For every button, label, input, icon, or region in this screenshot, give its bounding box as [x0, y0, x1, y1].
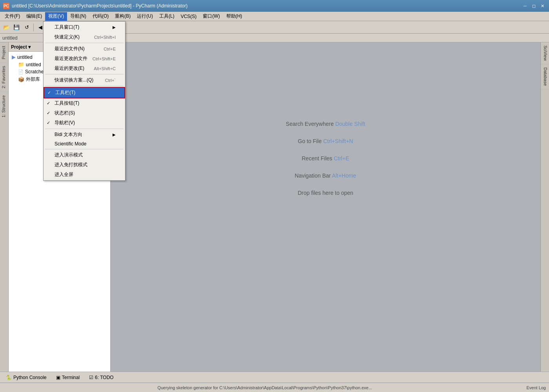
view-menu-presentation[interactable]: 进入演示模式 [44, 150, 125, 160]
view-label-recent-files: 最近的文件(N) [55, 45, 85, 52]
menu-sep-3 [45, 86, 124, 86]
view-label-quick-switch: 快速切换方案...(Q) [55, 77, 93, 83]
menu-edit[interactable]: 编辑(E) [23, 12, 45, 21]
hint-recent-files: Recent Files Ctrl+E [302, 155, 349, 162]
menu-tools[interactable]: 工具(L) [156, 12, 178, 21]
view-menu-recently-changed[interactable]: 最近更改的文件 Ctrl+Shift+E [44, 54, 125, 64]
restore-button[interactable]: ◻ [530, 2, 537, 9]
bottom-tab-todo[interactable]: ☑ 6: TODO [85, 373, 118, 382]
menu-vcs[interactable]: VCS(S) [178, 12, 200, 21]
view-label-scientific: Scientific Mode [55, 141, 86, 147]
todo-icon: ☑ [89, 375, 93, 380]
view-menu-toolbar-buttons[interactable]: ✓ 工具按钮(T) [44, 98, 125, 108]
menu-file[interactable]: 文件(F) [2, 12, 23, 21]
menu-sep-2 [45, 74, 124, 74]
view-menu-recent-changes[interactable]: 最近的更改(E) Alt+Shift+C [44, 64, 125, 73]
view-menu-dropdown: 工具窗口(T) ▶ 快速定义(K) Ctrl+Shift+I 最近的文件(N) … [43, 21, 125, 181]
check-toolbar-buttons: ✓ [47, 101, 50, 106]
folder-icon-ext: 📦 [18, 76, 24, 82]
menu-navigate[interactable]: 导航(N) [67, 12, 89, 21]
view-menu-recent-files[interactable]: 最近的文件(N) Ctrl+E [44, 44, 125, 54]
menu-run[interactable]: 运行(U) [134, 12, 156, 21]
folder-icon: ▶ [12, 54, 16, 60]
status-text: Querying skeleton generator for C:\Users… [3, 385, 526, 390]
content-area: Search Everywhere Double Shift Go to Fil… [111, 42, 540, 372]
check-status-bar: ✓ [47, 111, 50, 116]
toolbar-refresh-btn[interactable]: ↺ [22, 23, 31, 32]
view-menu-fullscreen[interactable]: 进入全屏 [44, 170, 125, 180]
view-menu-quick-def[interactable]: 快速定义(K) Ctrl+Shift+I [44, 32, 125, 42]
view-menu-toolbar[interactable]: ✓ 工具栏(T) [44, 87, 125, 98]
menu-help[interactable]: 帮助(H) [223, 12, 245, 21]
title-text: untitled [C:\Users\Administrator\Pycharm… [12, 3, 522, 9]
bottom-tabs-bar: 🐍 Python Console ▣ Terminal ☑ 6: TODO [0, 372, 549, 383]
menu-view[interactable]: 视图(V) [45, 12, 67, 21]
file-icon-scratch: 📄 [18, 69, 24, 74]
submenu-arrow: ▶ [113, 25, 116, 29]
right-tab-sciview[interactable]: SciView [541, 42, 549, 64]
shortcut-quick-def: Ctrl+Shift+I [94, 35, 116, 40]
view-menu-bidi[interactable]: Bidi 文本方向 ▶ [44, 130, 125, 140]
tree-label-4: 外部库 [26, 76, 40, 83]
sidebar-tab-structure[interactable]: 1: Structure [0, 92, 8, 121]
shortcut-quick-switch: Ctrl+` [105, 78, 116, 83]
view-label-presentation: 进入演示模式 [55, 152, 83, 158]
status-right: Event Log [526, 385, 546, 390]
bidi-arrow: ▶ [113, 132, 116, 137]
view-label-toolbar: 工具栏(T) [55, 89, 75, 96]
menu-sep-1 [45, 43, 124, 43]
menu-bar: 文件(F) 编辑(E) 视图(V) 导航(N) 代码(O) 重构(B) 运行(U… [0, 12, 549, 21]
hint-nav-bar: Navigation Bar Alt+Home [295, 172, 356, 179]
sidebar-tab-project[interactable]: Project [0, 42, 8, 62]
view-label-toolbar-buttons: 工具按钮(T) [55, 100, 79, 107]
toolbar-open-btn[interactable]: 📂 [2, 23, 11, 32]
shortcut-recent-changes: Alt+Shift+C [94, 66, 116, 71]
view-menu-status-bar[interactable]: ✓ 状态栏(S) [44, 108, 125, 118]
outer-left-sidebar: Project 2: Favorites 1: Structure [0, 42, 9, 372]
view-label-quick-def: 快速定义(K) [55, 34, 80, 40]
view-menu-nav-bar[interactable]: ✓ 导航栏(V) [44, 118, 125, 128]
view-menu-scientific[interactable]: Scientific Mode [44, 140, 125, 148]
view-label-fullscreen: 进入全屏 [55, 171, 73, 178]
check-nav-bar: ✓ [47, 120, 50, 125]
toolbar-save-btn[interactable]: 💾 [12, 23, 21, 32]
check-toolbar: ✓ [47, 90, 51, 95]
right-tab-database[interactable]: Database [541, 64, 549, 89]
view-label-nav-bar: 导航栏(V) [55, 120, 75, 126]
menu-code[interactable]: 代码(O) [89, 12, 112, 21]
view-label-status-bar: 状态栏(S) [55, 110, 75, 116]
tree-label-2: untitled [26, 62, 41, 67]
hint-search: Search Everywhere Double Shift [286, 121, 365, 127]
nav-path: untitled [2, 35, 18, 41]
title-bar: PC untitled [C:\Users\Administrator\Pych… [0, 0, 549, 12]
hint-goto-file: Go to File Ctrl+Shift+N [298, 138, 353, 144]
view-menu-label: 工具窗口(T) [55, 24, 79, 31]
folder-icon-2: 📁 [18, 62, 24, 67]
project-panel-title: Project ▾ [11, 44, 31, 50]
terminal-icon: ▣ [56, 375, 60, 380]
menu-refactor[interactable]: 重构(B) [112, 12, 134, 21]
menu-sep-4 [45, 129, 124, 129]
hint-drop-files: Drop files here to open [298, 190, 353, 196]
tree-label: untitled [17, 54, 33, 60]
shortcut-recent-files: Ctrl+E [104, 47, 116, 51]
status-bar: Querying skeleton generator for C:\Users… [0, 383, 549, 392]
event-log-btn[interactable]: Event Log [526, 385, 546, 390]
close-button[interactable]: ✕ [539, 2, 546, 9]
shortcut-recently-changed: Ctrl+Shift+E [93, 56, 116, 61]
view-label-recently-changed: 最近更改的文件 [55, 55, 87, 62]
bottom-tab-terminal[interactable]: ▣ Terminal [52, 373, 84, 382]
view-label-recent-changes: 最近的更改(E) [55, 65, 84, 72]
view-menu-tool-windows[interactable]: 工具窗口(T) ▶ [44, 22, 125, 32]
menu-window[interactable]: 窗口(W) [200, 12, 223, 21]
toolbar-sep-1 [33, 24, 34, 31]
menu-sep-5 [45, 149, 124, 149]
view-menu-quick-switch[interactable]: 快速切换方案...(Q) Ctrl+` [44, 75, 125, 85]
minimize-button[interactable]: ─ [522, 2, 529, 9]
sidebar-tab-favorites[interactable]: 2: Favorites [0, 62, 8, 91]
bottom-tab-python-console[interactable]: 🐍 Python Console [2, 373, 51, 382]
view-menu-distraction-free[interactable]: 进入免打扰模式 [44, 160, 125, 170]
title-controls: ─ ◻ ✕ [522, 2, 546, 9]
right-sidebar: SciView Database [540, 42, 549, 372]
view-label-bidi: Bidi 文本方向 [55, 131, 82, 138]
